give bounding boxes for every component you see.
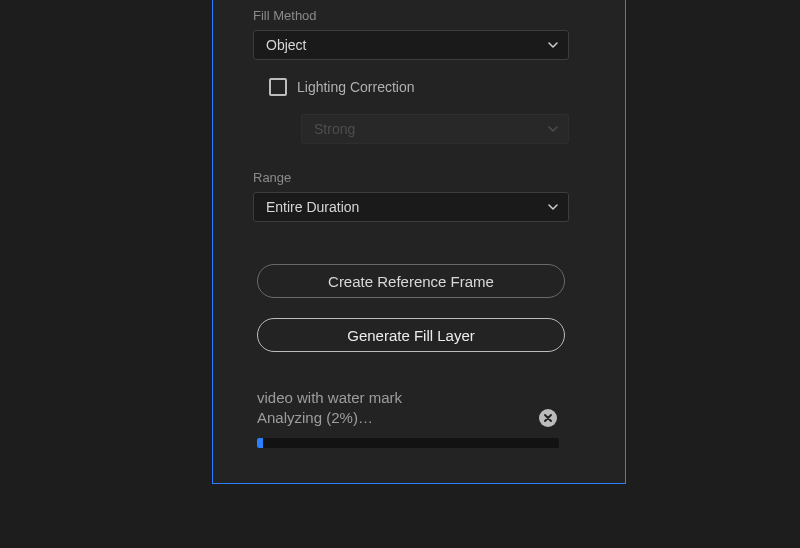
generate-fill-layer-label: Generate Fill Layer [347, 327, 475, 344]
close-icon [543, 413, 553, 423]
fill-method-select[interactable]: Object [253, 30, 569, 60]
progress-fill [257, 438, 263, 448]
chevron-down-icon [548, 204, 558, 210]
fill-method-value: Object [266, 37, 306, 53]
lighting-correction-row: Lighting Correction [269, 78, 415, 96]
cancel-analysis-button[interactable] [539, 409, 557, 427]
lighting-strength-value: Strong [314, 121, 355, 137]
chevron-down-icon [548, 42, 558, 48]
range-label: Range [253, 170, 291, 185]
create-reference-frame-button[interactable]: Create Reference Frame [257, 264, 565, 298]
content-aware-fill-panel: Fill Method Object Lighting Correction S… [212, 0, 626, 484]
range-select[interactable]: Entire Duration [253, 192, 569, 222]
status-line1: video with water mark [257, 388, 529, 408]
chevron-down-icon [548, 126, 558, 132]
fill-method-label: Fill Method [253, 8, 317, 23]
status-line2: Analyzing (2%)… [257, 408, 529, 428]
create-reference-frame-label: Create Reference Frame [328, 273, 494, 290]
range-value: Entire Duration [266, 199, 359, 215]
lighting-correction-checkbox[interactable] [269, 78, 287, 96]
lighting-correction-label: Lighting Correction [297, 79, 415, 95]
progress-bar [257, 438, 559, 448]
lighting-strength-select: Strong [301, 114, 569, 144]
status-text: video with water mark Analyzing (2%)… [257, 388, 529, 429]
generate-fill-layer-button[interactable]: Generate Fill Layer [257, 318, 565, 352]
